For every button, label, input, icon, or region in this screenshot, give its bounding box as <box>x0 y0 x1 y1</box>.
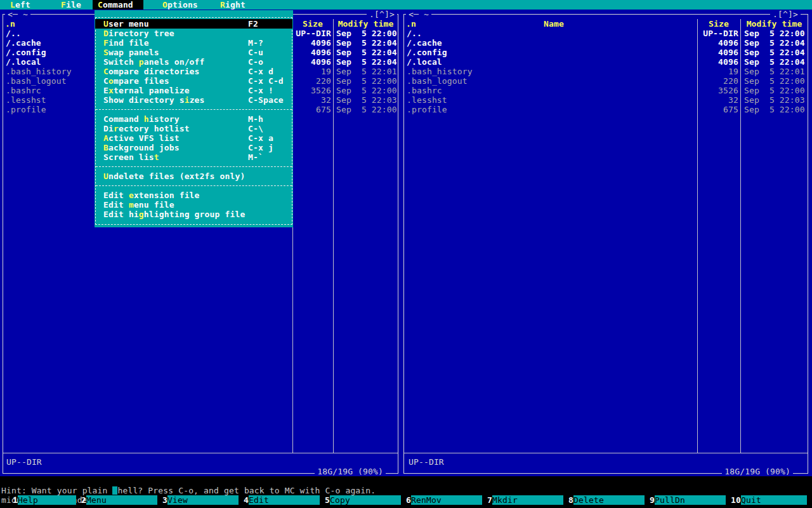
file-mtime: Sep 5 22:01 <box>744 67 805 76</box>
hotkey-letter: S <box>103 48 108 57</box>
panel-right-file-row-local[interactable]: /.local4096Sep 5 22:04 <box>403 57 808 67</box>
file-mtime: Sep 5 22:04 <box>744 38 805 48</box>
menubar-item-file[interactable]: File <box>61 0 81 10</box>
menubar-item-left[interactable]: Left <box>10 0 30 10</box>
menu-item-background-jobs[interactable]: Background jobsC-x j <box>95 143 292 152</box>
menu-item-undelete-files-ext2fs-only[interactable]: Undelete files (ext2fs only) <box>95 171 292 181</box>
fkey-4-edit-number[interactable]: 4 <box>244 495 249 505</box>
menu-item-user-menu[interactable]: User menuF2 <box>95 19 292 29</box>
fkey-8-delete[interactable]: Delete <box>573 495 645 505</box>
fkey-6-renmov-number[interactable]: 6 <box>406 495 411 505</box>
file-name: .lesshst <box>407 95 447 105</box>
panel-left-column-header-mtime[interactable]: Modify time <box>334 19 398 29</box>
shell-command-line[interactable]: midnight@commander:~$ <box>0 486 812 495</box>
file-mtime: Sep 5 22:03 <box>336 95 397 105</box>
fkey-10-quit-number[interactable]: 10 <box>731 495 741 505</box>
menu-item-label: Edit highlighting group file <box>103 210 245 219</box>
file-name: /.. <box>6 29 21 38</box>
menu-item-compare-directories[interactable]: Compare directoriesC-x d <box>95 67 292 76</box>
panel-right-file-row-lesshst[interactable]: .lesshst32Sep 5 22:03 <box>403 95 808 105</box>
hotkey-letter: m <box>129 200 134 210</box>
menu-item-directory-hotlist[interactable]: Directory hotlistC-\ <box>95 124 292 133</box>
panel-left-history-back[interactable]: <─ ~ <box>5 10 30 19</box>
hotkey-letter: F <box>61 0 66 10</box>
fkey-9-pulldn[interactable]: PullDn <box>655 495 726 505</box>
panel-right-column-header-name[interactable]: Name <box>416 19 691 29</box>
menu-item-compare-files[interactable]: Compare filesC-x C-d <box>95 76 292 86</box>
panel-right-column-header-mtime[interactable]: Modify time <box>741 19 808 29</box>
menu-item-external-panelize[interactable]: External panelizeC-x ! <box>95 86 292 95</box>
menu-item-edit-menu-file[interactable]: Edit menu file <box>95 200 292 210</box>
fkey-6-renmov[interactable]: RenMov <box>411 495 482 505</box>
fkey-1-help-number[interactable]: 1 <box>0 495 18 505</box>
fkey-8-delete-number[interactable]: 8 <box>568 495 573 505</box>
panel-right-up-dir-decor[interactable]: .[^]> <box>770 10 801 19</box>
panel-right-file-row-[interactable]: /..UP--DIRSep 5 22:00 <box>403 29 808 38</box>
menu-item-shortcut: C-x j <box>248 143 273 152</box>
fkey-10-quit[interactable]: Quit <box>741 495 807 505</box>
file-size: 3526 <box>662 86 738 95</box>
file-mtime: Sep 5 22:04 <box>744 57 805 67</box>
menu-item-command-history[interactable]: Command historyM-h <box>95 114 292 124</box>
menu-item-active-vfs-list[interactable]: Active VFS listC-x a <box>95 133 292 143</box>
menu-item-find-file[interactable]: Find fileM-? <box>95 38 292 48</box>
file-mtime: Sep 5 22:00 <box>744 29 805 38</box>
file-mtime: Sep 5 22:00 <box>336 76 397 86</box>
menu-item-edit-highlighting-group-file[interactable]: Edit highlighting group file <box>95 210 292 219</box>
panel-left-sort-indicator[interactable]: .n <box>5 19 15 29</box>
fkey-2-menu-number[interactable]: 2 <box>81 495 86 505</box>
panel-right-sort-indicator[interactable]: .n <box>406 19 416 29</box>
menu-item-shortcut: C-x ! <box>248 86 273 95</box>
panel-right-disk-usage: 18G/19G (90%) <box>722 467 793 476</box>
fkey-5-copy-number[interactable]: 5 <box>325 495 330 505</box>
menu-item-shortcut: C-x d <box>248 67 273 76</box>
menu-item-edit-extension-file[interactable]: Edit extension file <box>95 190 292 200</box>
menu-item-label: Undelete files (ext2fs only) <box>103 171 245 181</box>
panel-right-file-row-config[interactable]: /.config4096Sep 5 22:04 <box>403 48 808 57</box>
fkey-5-copy[interactable]: Copy <box>330 495 401 505</box>
function-key-bar: 1Help2Menu3View4Edit5Copy6RenMov7Mkdir8D… <box>0 495 812 505</box>
menu-item-label: Compare files <box>103 76 169 86</box>
menu-item-shortcut: C-Space <box>248 95 284 105</box>
fkey-3-view-number[interactable]: 3 <box>162 495 167 505</box>
file-name: .bash_logout <box>407 76 468 86</box>
panel-left-column-header-size[interactable]: Size <box>293 19 332 29</box>
fkey-1-help[interactable]: Help <box>18 495 76 505</box>
panel-right-file-row-cache[interactable]: /.cache4096Sep 5 22:04 <box>403 38 808 48</box>
fkey-4-edit[interactable]: Edit <box>249 495 320 505</box>
hotkey-letter: D <box>103 29 108 38</box>
menu-item-switch-panels-on-off[interactable]: Switch panels on/offC-o <box>95 57 292 67</box>
panel-right-column-header-size[interactable]: Size <box>698 19 740 29</box>
file-size: UP--DIR <box>662 29 738 38</box>
panel-right-history-back[interactable]: <─ ~ <box>406 10 431 19</box>
panel-right-file-row-bashrc[interactable]: .bashrc3526Sep 5 22:00 <box>403 86 808 95</box>
hotkey-letter: e <box>129 190 134 200</box>
menu-item-shortcut: M-? <box>248 38 263 48</box>
fkey-9-pulldn-number[interactable]: 9 <box>650 495 655 505</box>
panel-left-up-dir-decor[interactable]: .[^]> <box>367 10 397 19</box>
panel-right-file-row-profile[interactable]: .profile675Sep 5 22:00 <box>403 105 808 114</box>
menu-item-label: Background jobs <box>103 143 180 152</box>
text-cursor[interactable] <box>112 486 117 495</box>
file-name: /.local <box>407 57 442 67</box>
file-size: 4096 <box>662 38 738 48</box>
panel-right-file-row-bash-history[interactable]: .bash_history19Sep 5 22:01 <box>403 67 808 76</box>
fkey-3-view[interactable]: View <box>167 495 239 505</box>
menubar-item-options[interactable]: Options <box>162 0 198 10</box>
panel-right-file-row-bash-logout[interactable]: .bash_logout220Sep 5 22:00 <box>403 76 808 86</box>
menu-item-label: Directory hotlist <box>103 124 190 133</box>
file-mtime: Sep 5 22:03 <box>744 95 805 105</box>
fkey-7-mkdir[interactable]: Mkdir <box>492 495 563 505</box>
menubar-item-command[interactable]: Command <box>98 0 133 10</box>
menu-item-label: Active VFS list <box>103 133 180 143</box>
menu-item-swap-panels[interactable]: Swap panelsC-u <box>95 48 292 57</box>
file-mtime: Sep 5 22:04 <box>336 38 397 48</box>
fkey-7-mkdir-number[interactable]: 7 <box>487 495 492 505</box>
fkey-2-menu[interactable]: Menu <box>86 495 157 505</box>
menu-item-label: Command history <box>103 114 180 124</box>
menu-item-screen-list[interactable]: Screen listM-` <box>95 152 292 162</box>
menubar-item-right[interactable]: Right <box>220 0 246 10</box>
file-size: 4096 <box>662 48 738 57</box>
menu-item-directory-tree[interactable]: Directory tree <box>95 29 292 38</box>
menu-item-show-directory-sizes[interactable]: Show directory sizesC-Space <box>95 95 292 105</box>
